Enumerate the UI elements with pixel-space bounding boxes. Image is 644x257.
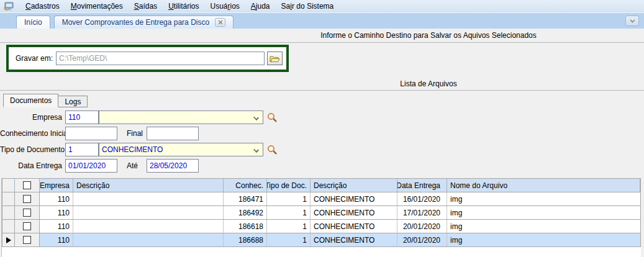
col-nome-do-arquivo[interactable]: Nome do Arquivo bbox=[447, 179, 640, 192]
cell-nome-arquivo: img bbox=[447, 206, 640, 219]
data-entrega-label: Data Entrega bbox=[0, 161, 65, 170]
tipo-documento-code-input[interactable] bbox=[65, 143, 99, 156]
row-checkbox-cell bbox=[15, 206, 40, 219]
cell-tipo: 1 bbox=[267, 206, 311, 219]
destination-group: Gravar em: bbox=[6, 45, 289, 72]
data-entrega-inicial-input[interactable] bbox=[65, 159, 117, 173]
cell-descricao-2: CONHECIMENTO bbox=[311, 233, 397, 246]
row-indicator-cell bbox=[2, 233, 15, 246]
table-row[interactable]: 110 186471 1 CONHECIMENTO 16/01/2020 img bbox=[2, 192, 640, 206]
table-row-selected[interactable]: 110 186688 1 CONHECIMENTO 20/01/2020 img bbox=[2, 233, 640, 247]
cell-nome-arquivo: img bbox=[447, 192, 640, 205]
cell-tipo: 1 bbox=[267, 233, 311, 246]
menu-item-sair-do-sistema[interactable]: Sair do Sistema bbox=[276, 1, 340, 12]
destination-header: Informe o Caminho Destino para Salvar os… bbox=[0, 29, 644, 43]
cell-conhec: 186618 bbox=[224, 220, 267, 233]
col-empresa[interactable]: Empresa bbox=[40, 179, 73, 192]
conhecimento-inicial-label: Conhecimento Inicial bbox=[0, 129, 65, 138]
cell-tipo: 1 bbox=[267, 220, 311, 233]
menu-item-utilitarios[interactable]: Utilitários bbox=[163, 1, 204, 12]
cell-descricao bbox=[73, 192, 224, 205]
cell-empresa: 110 bbox=[40, 206, 73, 219]
menu-item-movimentacoes[interactable]: Movimentações bbox=[65, 1, 129, 12]
row-indicator-arrow bbox=[6, 237, 11, 243]
tipo-documento-label: Tipo de Documento bbox=[0, 145, 65, 154]
browse-folder-button[interactable] bbox=[267, 52, 283, 65]
folder-open-icon bbox=[270, 55, 280, 63]
select-all-cell bbox=[15, 179, 40, 192]
empresa-code-input[interactable] bbox=[65, 110, 99, 124]
cell-conhec: 186492 bbox=[224, 206, 267, 219]
computer-icon[interactable] bbox=[4, 2, 15, 11]
tab-list-button[interactable] bbox=[625, 16, 639, 26]
tab-inicio[interactable]: Início bbox=[16, 16, 50, 29]
cell-descricao-2: CONHECIMENTO bbox=[311, 192, 397, 205]
menu-item-usuarios[interactable]: Usuários bbox=[204, 1, 245, 12]
grid-header-row: Empresa Descrição Conhec. Tipo de Doc. D… bbox=[2, 179, 640, 192]
row-checkbox[interactable] bbox=[23, 236, 31, 244]
table-row[interactable]: 110 186618 1 CONHECIMENTO 20/01/2020 img bbox=[2, 220, 640, 233]
cell-data-entrega: 20/01/2020 bbox=[397, 220, 447, 233]
row-indicator-cell bbox=[2, 192, 15, 205]
row-checkbox[interactable] bbox=[23, 222, 31, 230]
menu-item-cadastros[interactable]: Cadastros bbox=[20, 1, 65, 12]
chevron-down-icon[interactable] bbox=[253, 147, 259, 153]
final-label: Final bbox=[127, 129, 147, 138]
conhecimento-final-input[interactable] bbox=[147, 127, 199, 140]
row-checkbox[interactable] bbox=[23, 209, 31, 217]
cell-conhec: 186471 bbox=[224, 192, 267, 205]
sub-tab-bar: Documentos Logs bbox=[3, 94, 644, 107]
tipo-documento-row: Tipo de Documento CONHECIMENTO bbox=[0, 143, 644, 156]
application-window: Cadastros Movimentações Saídas Utilitári… bbox=[0, 0, 644, 257]
cell-descricao bbox=[73, 206, 224, 219]
cell-empresa: 110 bbox=[40, 233, 73, 246]
chevron-down-icon[interactable] bbox=[253, 115, 259, 120]
cell-descricao-2: CONHECIMENTO bbox=[311, 206, 397, 219]
conhecimento-inicial-input[interactable] bbox=[65, 127, 117, 140]
col-tipo-de-doc[interactable]: Tipo de Doc. bbox=[267, 179, 311, 192]
col-descricao-2[interactable]: Descrição bbox=[311, 179, 397, 192]
tab-documentos[interactable]: Documentos bbox=[3, 94, 58, 107]
data-entrega-final-input[interactable] bbox=[147, 159, 199, 173]
close-icon[interactable] bbox=[215, 18, 225, 27]
file-grid: Empresa Descrição Conhec. Tipo de Doc. D… bbox=[2, 178, 641, 247]
row-indicator-cell bbox=[2, 206, 15, 219]
tipo-documento-combobox[interactable]: CONHECIMENTO bbox=[99, 143, 263, 156]
search-icon[interactable] bbox=[267, 112, 278, 123]
cell-tipo: 1 bbox=[267, 192, 311, 205]
empresa-combobox[interactable] bbox=[99, 110, 263, 124]
ate-label: Até bbox=[127, 161, 147, 170]
row-indicator-cell bbox=[2, 220, 15, 233]
gravar-em-input[interactable] bbox=[56, 52, 265, 65]
menu-item-ajuda[interactable]: Ajuda bbox=[245, 1, 276, 12]
cell-empresa: 110 bbox=[40, 192, 73, 205]
cell-data-entrega: 20/01/2020 bbox=[397, 233, 447, 246]
cell-descricao-2: CONHECIMENTO bbox=[311, 220, 397, 233]
tab-mover-comprovantes[interactable]: Mover Comprovantes de Entrega para Disco bbox=[54, 16, 234, 29]
tab-strip: Início Mover Comprovantes de Entrega par… bbox=[0, 13, 644, 29]
cell-data-entrega: 17/01/2020 bbox=[397, 206, 447, 219]
tab-logs[interactable]: Logs bbox=[58, 96, 88, 107]
cell-nome-arquivo: img bbox=[447, 233, 640, 246]
select-all-checkbox[interactable] bbox=[23, 181, 31, 189]
cell-conhec: 186688 bbox=[224, 233, 267, 246]
row-checkbox[interactable] bbox=[23, 195, 31, 203]
col-conhec[interactable]: Conhec. bbox=[224, 179, 267, 192]
empresa-label: Empresa bbox=[0, 113, 65, 122]
file-grid-panel: Empresa Descrição Conhec. Tipo de Doc. D… bbox=[1, 178, 641, 257]
col-data-entrega[interactable]: Data Entrega bbox=[397, 179, 447, 192]
menu-item-saidas[interactable]: Saídas bbox=[129, 1, 163, 12]
empresa-row: Empresa bbox=[0, 110, 644, 124]
cell-descricao bbox=[73, 220, 224, 233]
filter-form: Empresa Conhecimento Inicial Final Tipo … bbox=[0, 110, 644, 173]
data-entrega-row: Data Entrega Até bbox=[0, 159, 644, 173]
col-descricao[interactable]: Descrição bbox=[73, 179, 224, 192]
gravar-em-label: Gravar em: bbox=[16, 54, 53, 63]
search-icon[interactable] bbox=[267, 145, 278, 155]
row-checkbox-cell bbox=[15, 220, 40, 233]
row-checkbox-cell bbox=[15, 233, 40, 246]
cell-descricao bbox=[73, 233, 224, 246]
menu-bar: Cadastros Movimentações Saídas Utilitári… bbox=[0, 0, 644, 13]
table-row[interactable]: 110 186492 1 CONHECIMENTO 17/01/2020 img bbox=[2, 206, 640, 220]
cell-nome-arquivo: img bbox=[447, 220, 640, 233]
